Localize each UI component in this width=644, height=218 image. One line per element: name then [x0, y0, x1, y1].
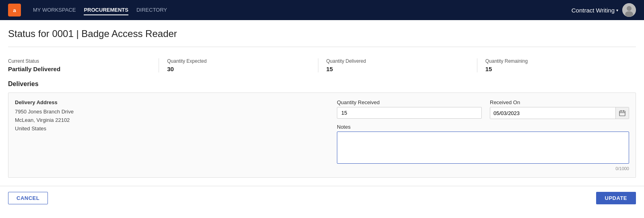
deliveries-section-title: Deliveries [8, 80, 636, 88]
appian-logo-icon: a [8, 4, 21, 16]
divider-top [8, 47, 636, 47]
calendar-icon-button[interactable] [615, 107, 629, 119]
qty-received-group: Quantity Received [337, 99, 482, 119]
delivery-address-line2: McLean, Virginia 22102 [15, 116, 337, 125]
delivery-address-title: Delivery Address [15, 99, 337, 105]
page-footer: CANCEL UPDATE [0, 186, 644, 210]
status-cell-current: Current Status Partially Delivered [8, 58, 159, 72]
received-on-group: Received On [490, 99, 629, 119]
qty-expected-label: Quantity Expected [167, 58, 310, 64]
delivery-address-block: Delivery Address 7950 Jones Branch Drive… [15, 99, 337, 171]
status-cell-delivered: Quantity Delivered 15 [326, 58, 477, 72]
qty-remaining-value: 15 [485, 66, 628, 72]
qty-received-label: Quantity Received [337, 99, 482, 105]
status-cell-expected: Quantity Expected 30 [167, 58, 318, 72]
header-left: a MY WORKSPACE PROCUREMENTS DIRECTORY [8, 4, 167, 16]
user-menu-label: Contract Writing [572, 7, 615, 14]
cancel-button[interactable]: CANCEL [8, 192, 48, 204]
qty-expected-value: 30 [167, 66, 310, 72]
page-title: Status for 0001 | Badge Access Reader [8, 28, 636, 39]
nav-procurements[interactable]: PROCUREMENTS [84, 5, 128, 15]
nav-directory[interactable]: DIRECTORY [136, 5, 167, 15]
received-on-label: Received On [490, 99, 629, 105]
current-status-value: Partially Delivered [8, 66, 151, 72]
qty-delivered-value: 15 [326, 66, 469, 72]
notes-group: Notes 0/1000 [337, 124, 629, 171]
form-row-qty-date: Quantity Received Received On [337, 99, 629, 119]
svg-rect-5 [619, 111, 625, 116]
svg-point-4 [625, 11, 633, 17]
qty-received-input[interactable] [337, 107, 482, 119]
current-status-label: Current Status [8, 58, 151, 64]
header-right: Contract Writing ▾ [572, 3, 636, 17]
delivery-card: Delivery Address 7950 Jones Branch Drive… [8, 93, 636, 178]
delivery-form: Quantity Received Received On [337, 99, 629, 171]
delivery-address-line3: United States [15, 125, 337, 133]
calendar-icon [619, 110, 625, 116]
notes-char-count: 0/1000 [337, 166, 629, 171]
qty-delivered-label: Quantity Delivered [326, 58, 469, 64]
delivery-address-line1: 7950 Jones Branch Drive [15, 108, 337, 116]
notes-textarea[interactable] [337, 132, 629, 164]
date-wrapper [490, 107, 629, 119]
nav-my-workspace[interactable]: MY WORKSPACE [33, 5, 76, 15]
page: Status for 0001 | Badge Access Reader Cu… [0, 20, 644, 218]
update-button[interactable]: UPDATE [596, 192, 636, 204]
page-content: Status for 0001 | Badge Access Reader Cu… [0, 20, 644, 178]
chevron-down-icon: ▾ [616, 8, 618, 12]
app-header: a MY WORKSPACE PROCUREMENTS DIRECTORY Co… [0, 0, 644, 20]
svg-text:a: a [13, 7, 16, 13]
appian-logo[interactable]: a [8, 4, 21, 16]
received-on-input[interactable] [490, 108, 615, 119]
avatar[interactable] [622, 3, 636, 17]
user-menu[interactable]: Contract Writing ▾ [572, 7, 618, 14]
status-cell-remaining: Quantity Remaining 15 [485, 58, 636, 72]
main-nav: MY WORKSPACE PROCUREMENTS DIRECTORY [33, 5, 167, 15]
notes-label: Notes [337, 124, 629, 130]
qty-remaining-label: Quantity Remaining [485, 58, 628, 64]
svg-point-3 [627, 6, 632, 11]
status-row: Current Status Partially Delivered Quant… [8, 53, 636, 80]
